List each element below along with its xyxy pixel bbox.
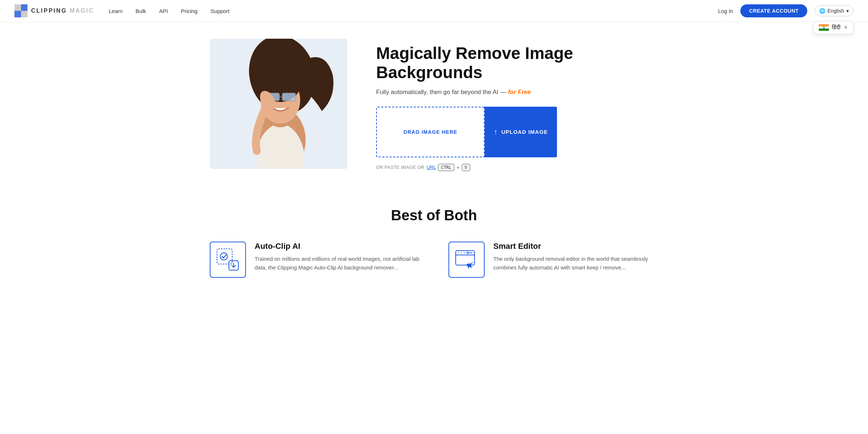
v-key: V: [462, 164, 470, 171]
logo-icon: [14, 4, 27, 17]
smart-editor-name: Smart Editor: [493, 242, 658, 251]
smart-editor-desc: The only background removal editor in th…: [493, 255, 658, 272]
smart-editor-icon: [454, 247, 479, 272]
features-section: Best of Both Auto-Clip AI Trained on mil…: [181, 193, 687, 299]
hero-section: Magically Remove Image Backgrounds Fully…: [181, 22, 687, 193]
feature-auto-clip: Auto-Clip AI Trained on millions and mil…: [210, 242, 420, 278]
svg-point-26: [464, 252, 465, 254]
nav-pricing[interactable]: Pricing: [181, 8, 197, 14]
hero-image-area: [210, 39, 354, 169]
hero-content: Magically Remove Image Backgrounds Fully…: [376, 37, 658, 171]
language-selector[interactable]: 🌐 English ▾: [814, 5, 854, 16]
paste-prefix-text: OR PASTE IMAGE OR: [376, 165, 424, 170]
upload-image-button[interactable]: ↑ UPLOAD IMAGE: [485, 107, 557, 157]
auto-clip-text: Auto-Clip AI Trained on millions and mil…: [255, 242, 420, 272]
upload-arrow-icon: ↑: [494, 128, 498, 136]
hero-photo: [210, 39, 347, 169]
auto-clip-icon-box: [210, 242, 246, 278]
language-dropdown: हिंदी ×: [813, 21, 854, 34]
svg-rect-2: [14, 11, 21, 17]
logo[interactable]: CLIPPING MAGIC: [14, 4, 94, 17]
paste-hint: OR PASTE IMAGE OR URL CTRL + V: [376, 164, 658, 171]
features-grid: Auto-Clip AI Trained on millions and mil…: [210, 242, 658, 278]
main-nav: Learn Bulk API Pricing Support: [109, 8, 229, 14]
smart-editor-text: Smart Editor The only background removal…: [493, 242, 658, 272]
close-language-dropdown-button[interactable]: ×: [843, 24, 848, 31]
svg-rect-0: [14, 4, 21, 11]
ctrl-key: CTRL: [438, 164, 454, 171]
svg-point-27: [467, 252, 469, 254]
url-link[interactable]: URL: [426, 165, 436, 170]
svg-marker-29: [467, 264, 472, 269]
hindi-label: हिंदी: [832, 24, 841, 31]
auto-clip-name: Auto-Clip AI: [255, 242, 420, 251]
chevron-down-icon: ▾: [846, 8, 849, 14]
svg-rect-1: [21, 4, 27, 11]
auto-clip-desc: Trained on millions and millions of real…: [255, 255, 420, 272]
smart-editor-icon-box: [448, 242, 485, 278]
india-flag-icon: [819, 24, 829, 31]
hero-subtitle: Fully automatically, then go far beyond …: [376, 89, 658, 96]
plus-sign: +: [456, 165, 459, 170]
header-right: Log In CREATE ACCOUNT 🌐 English ▾ हिंदी …: [718, 4, 854, 17]
header: CLIPPING MAGIC Learn Bulk API Pricing Su…: [0, 0, 868, 22]
drag-area-label: DRAG IMAGE HERE: [404, 129, 458, 135]
auto-clip-icon: [215, 247, 241, 272]
logo-text: CLIPPING MAGIC: [31, 8, 94, 14]
language-label: English: [827, 8, 844, 14]
free-text: for Free: [508, 89, 531, 95]
svg-rect-6: [819, 29, 829, 31]
svg-rect-15: [282, 93, 296, 101]
svg-point-19: [220, 253, 227, 260]
login-button[interactable]: Log In: [718, 8, 733, 14]
svg-point-25: [461, 252, 462, 254]
svg-rect-3: [21, 11, 27, 17]
nav-bulk[interactable]: Bulk: [136, 8, 146, 14]
upload-button-label: UPLOAD IMAGE: [501, 129, 548, 135]
feature-smart-editor: Smart Editor The only background removal…: [448, 242, 658, 278]
svg-point-24: [458, 252, 459, 254]
create-account-button[interactable]: CREATE ACCOUNT: [740, 4, 807, 17]
nav-learn[interactable]: Learn: [109, 8, 122, 14]
hero-title: Magically Remove Image Backgrounds: [376, 44, 658, 82]
globe-icon: 🌐: [819, 8, 825, 14]
header-left: CLIPPING MAGIC Learn Bulk API Pricing Su…: [14, 4, 230, 17]
svg-rect-4: [819, 24, 829, 26]
features-title: Best of Both: [210, 207, 658, 224]
nav-support[interactable]: Support: [210, 8, 230, 14]
svg-point-8: [824, 27, 824, 28]
upload-area: DRAG IMAGE HERE ↑ UPLOAD IMAGE: [376, 107, 557, 157]
drag-drop-zone[interactable]: DRAG IMAGE HERE: [376, 107, 485, 157]
nav-api[interactable]: API: [159, 8, 168, 14]
